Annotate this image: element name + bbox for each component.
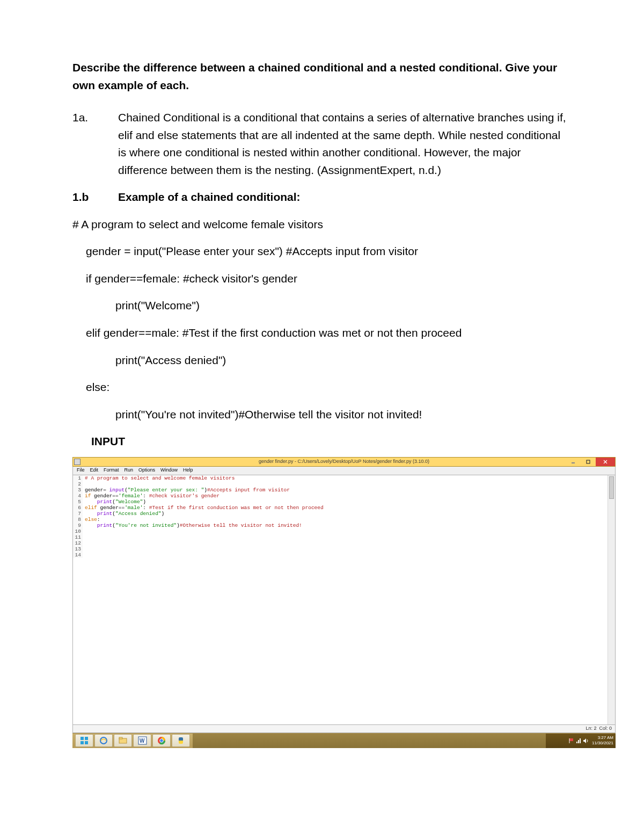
line-number: 12 (73, 540, 83, 546)
answer-1a: 1a. Chained Conditional is a conditional… (72, 109, 572, 179)
chrome-icon (157, 736, 166, 745)
line-content: if gender=='female': #check visitor's ge… (83, 493, 219, 499)
line-number: 11 (73, 534, 83, 540)
idle-code-line: 11 (73, 534, 615, 540)
start-button[interactable] (75, 734, 93, 747)
line-number: 10 (73, 528, 83, 534)
code-comment-intro: # A program to select and welcome female… (72, 216, 572, 234)
close-button[interactable] (596, 458, 615, 466)
file-explorer-icon (119, 736, 127, 745)
word-icon: W (138, 736, 147, 745)
line-number: 9 (73, 523, 83, 528)
svg-rect-1 (587, 460, 590, 463)
idle-code-line: 13 (73, 546, 615, 552)
python-icon (177, 736, 185, 745)
tray-icons (569, 738, 589, 744)
code-line: print("You're not invited")#Otherwise te… (72, 406, 572, 424)
svg-rect-15 (569, 738, 573, 741)
label-1b: 1.b (72, 188, 118, 206)
windows-taskbar: W (72, 733, 616, 748)
line-number: 1 (73, 475, 83, 481)
idle-code-line: 12 (73, 540, 615, 546)
line-number: 7 (73, 511, 83, 517)
taskbar-explorer[interactable] (114, 734, 132, 747)
line-number: 6 (73, 505, 83, 511)
label-1a: 1a. (72, 109, 118, 179)
idle-window-title: gender finder.py - C:/Users/Lovely/Deskt… (73, 458, 615, 466)
svg-rect-18 (578, 740, 579, 743)
idle-code-line: 3gender= input("Please enter your sex: "… (73, 487, 615, 493)
idle-code-line: 5 print("Welcome") (73, 499, 615, 505)
idle-editor[interactable]: 1# A program to select and welcome femal… (72, 475, 616, 725)
svg-rect-7 (85, 741, 88, 744)
line-content: else: (83, 517, 100, 523)
menu-window[interactable]: Window (158, 467, 180, 474)
flag-icon (569, 738, 574, 744)
menu-run[interactable]: Run (122, 467, 136, 474)
idle-menubar: File Edit Format Run Options Window Help (72, 467, 616, 475)
code-line: print("Access denied") (72, 352, 572, 369)
idle-code-line: 2 (73, 481, 615, 487)
idle-code-line: 9 print("You're not invited")#Otherwise … (73, 523, 615, 528)
windows-logo-icon (80, 736, 89, 745)
idle-code-line: 4if gender=='female': #check visitor's g… (73, 493, 615, 499)
code-line: gender = input("Please enter your sex") … (72, 243, 572, 260)
internet-explorer-icon (99, 736, 108, 745)
clock-date: 11/30/2021 (592, 741, 613, 746)
document-page: Describe the difference between a chaine… (0, 0, 644, 780)
line-number: 3 (73, 487, 83, 493)
line-number: 4 (73, 493, 83, 499)
maximize-button[interactable] (581, 458, 596, 466)
maximize-icon (586, 459, 591, 465)
minimize-button[interactable] (566, 458, 581, 466)
svg-point-14 (160, 739, 164, 743)
line-content: print("Access denied") (83, 511, 164, 517)
line-content: gender= input("Please enter your sex: ")… (83, 487, 290, 493)
taskbar-word[interactable]: W (133, 734, 151, 747)
status-col: Col: 0 (599, 725, 612, 733)
line-number: 13 (73, 546, 83, 552)
menu-format[interactable]: Format (101, 467, 122, 474)
line-number: 8 (73, 517, 83, 523)
code-line: if gender==female: #check visitor's gend… (72, 270, 572, 288)
code-line: elif gender==male: #Test if the first co… (72, 324, 572, 342)
question-heading: Describe the difference between a chaine… (72, 59, 572, 94)
line-content (83, 552, 85, 558)
idle-code-line: 1# A program to select and welcome femal… (73, 475, 615, 481)
status-ln: Ln: 2 (586, 725, 596, 733)
close-icon (603, 459, 608, 465)
idle-titlebar: gender finder.py - C:/Users/Lovely/Deskt… (72, 457, 616, 467)
svg-rect-10 (119, 737, 122, 739)
menu-options[interactable]: Options (136, 467, 158, 474)
taskbar-clock[interactable]: 3:27 AM 11/30/2021 (592, 735, 613, 746)
line-number: 14 (73, 552, 83, 558)
line-content (83, 481, 85, 487)
menu-file[interactable]: File (74, 467, 87, 474)
svg-rect-19 (580, 738, 581, 743)
text-1a: Chained Conditional is a conditional tha… (118, 109, 572, 179)
window-controls (566, 458, 615, 466)
line-content (83, 540, 85, 546)
svg-rect-17 (576, 742, 577, 743)
svg-text:W: W (140, 738, 145, 744)
line-content (83, 546, 85, 552)
input-heading: INPUT (72, 433, 572, 451)
taskbar-ie[interactable] (94, 734, 113, 747)
line-content: print("You're not invited")#Otherwise te… (83, 523, 302, 528)
volume-icon (583, 738, 589, 744)
system-tray[interactable]: 3:27 AM 11/30/2021 (546, 734, 616, 748)
menu-help[interactable]: Help (180, 467, 196, 474)
menu-edit[interactable]: Edit (87, 467, 101, 474)
svg-rect-4 (80, 737, 84, 740)
taskbar-idle[interactable] (172, 734, 190, 747)
code-line: else: (72, 379, 572, 396)
taskbar-chrome[interactable] (152, 734, 171, 747)
title-1b: Example of a chained conditional: (118, 188, 301, 206)
idle-code-line: 10 (73, 528, 615, 534)
taskbar-empty (193, 734, 546, 748)
code-line: print("Welcome") (72, 297, 572, 315)
clock-time: 3:27 AM (592, 735, 613, 741)
svg-rect-6 (80, 741, 84, 744)
line-number: 5 (73, 499, 83, 505)
vertical-scrollbar[interactable] (608, 475, 615, 724)
